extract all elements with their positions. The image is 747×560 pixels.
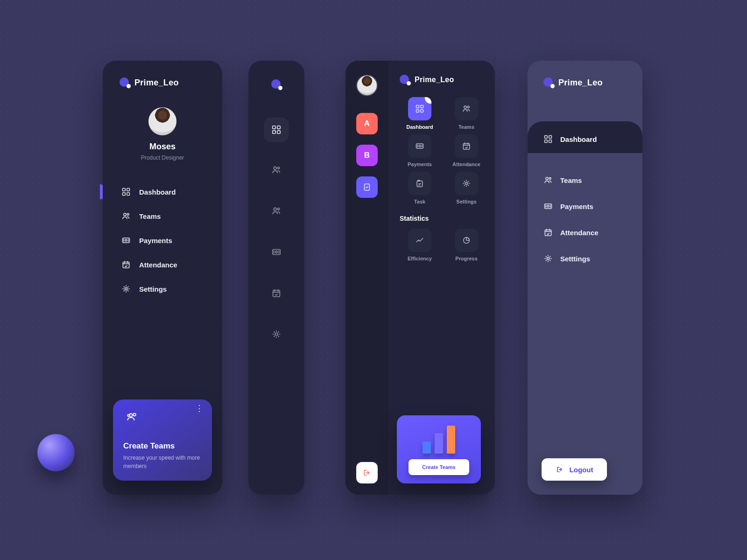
dashboard-icon — [121, 187, 131, 196]
nav-label: Teams — [139, 212, 161, 220]
nav-dashboard[interactable]: Dashboard — [103, 180, 222, 204]
payments-icon — [543, 202, 553, 211]
button-label: Create Teams — [422, 464, 455, 470]
tile-attendance[interactable]: Attendance — [446, 134, 486, 167]
nav-attendance[interactable] — [264, 282, 289, 306]
calendar-icon — [121, 260, 131, 269]
nav-teams[interactable]: Teams — [103, 204, 222, 228]
tile-settings[interactable]: Settings — [446, 172, 486, 204]
user-name: Moses — [103, 142, 222, 152]
nav-label: Attendance — [560, 229, 599, 237]
logo-icon — [400, 75, 410, 85]
tile-label: Settings — [456, 199, 476, 204]
nav-payments[interactable]: Payments — [528, 193, 642, 219]
brand: Prime_Leo — [400, 75, 495, 85]
nav-payments[interactable] — [264, 241, 289, 265]
logo-icon — [271, 79, 282, 90]
bar-chart-icon — [423, 424, 455, 454]
nav-label: Settings — [139, 285, 167, 293]
user-role: Product Designer — [103, 154, 222, 161]
teams-icon — [121, 211, 131, 221]
nav-teams[interactable]: Teams — [528, 167, 642, 193]
tile-label: Teams — [458, 124, 474, 130]
brand-name: Prime_Leo — [134, 78, 179, 88]
nav-teams-alt[interactable] — [264, 200, 289, 224]
create-teams-button[interactable]: Create Teams — [409, 459, 469, 475]
tile-label: Dashboard — [406, 124, 433, 130]
tile-label: Task — [414, 199, 425, 204]
workspace-label: A — [364, 119, 370, 128]
avatar[interactable] — [148, 107, 176, 135]
tile-label: Progress — [455, 256, 478, 261]
nav-label: Dashboard — [560, 135, 597, 143]
nav-teams[interactable] — [264, 159, 289, 183]
nav-label: Setttings — [560, 255, 590, 263]
tile-label: Attendance — [452, 161, 480, 167]
sidebar-compact: Prime_Leo Dashboard Teams Payments Atten… — [528, 61, 642, 495]
avatar[interactable] — [356, 75, 378, 96]
nav-settings[interactable]: Setttings — [528, 245, 642, 272]
payments-icon — [121, 236, 131, 245]
nav-panel: Prime_Leo Dashboard Teams Payments Atten… — [388, 61, 495, 495]
button-label: Logout — [570, 466, 593, 474]
promo-subtitle: Increase your speed with more members — [123, 454, 202, 470]
nav-settings[interactable]: Settings — [103, 277, 222, 301]
decorative-sphere — [37, 434, 75, 471]
logout-button[interactable]: Logout — [542, 458, 607, 481]
nav-label: Teams — [560, 176, 582, 184]
stat-efficiency[interactable]: Efficiency — [400, 229, 440, 261]
teams-icon — [543, 175, 553, 185]
workspace-a[interactable]: A — [356, 113, 378, 134]
nav-label: Payments — [139, 237, 172, 245]
nav-attendance[interactable]: Attendance — [103, 252, 222, 277]
nav-list: Dashboard Teams Payments Attendance Sett… — [103, 180, 222, 301]
brand: Prime_Leo — [528, 61, 642, 88]
chart-card: Create Teams — [397, 415, 481, 483]
logo-icon — [120, 77, 130, 88]
stat-progress[interactable]: Progress — [446, 229, 486, 261]
tile-task[interactable]: Task — [400, 172, 440, 204]
signout-button[interactable] — [356, 462, 378, 483]
brand-name: Prime_Leo — [415, 76, 454, 84]
nav-dashboard[interactable] — [264, 118, 289, 142]
nav-payments[interactable]: Payments — [103, 228, 222, 252]
nav-label: Attendance — [139, 261, 177, 269]
workspace-doc[interactable] — [356, 176, 378, 198]
promo-title: Create Teams — [123, 441, 202, 451]
tile-label: Efficiency — [408, 256, 432, 261]
dashboard-icon — [543, 134, 553, 144]
nav-dashboard[interactable]: Dashboard — [528, 125, 642, 153]
tile-teams[interactable]: Teams — [446, 97, 486, 130]
workspace-b[interactable]: B — [356, 145, 378, 166]
brand-name: Prime_Leo — [558, 78, 603, 88]
promo-card[interactable]: ⋮ Create Teams Increase your speed with … — [113, 399, 212, 481]
nav-attendance[interactable]: Attendance — [528, 219, 642, 245]
section-title: Statistics — [400, 215, 495, 222]
nav-label: Dashboard — [139, 188, 176, 196]
tile-label: Payments — [408, 161, 432, 167]
tile-dashboard[interactable]: Dashboard — [400, 97, 440, 130]
more-icon[interactable]: ⋮ — [195, 406, 204, 411]
calendar-icon — [543, 228, 553, 237]
sidebar-expanded: Prime_Leo Moses Product Designer Dashboa… — [103, 61, 222, 495]
nav-settings[interactable] — [264, 323, 289, 347]
workspace-label: B — [364, 151, 370, 160]
logo-icon — [543, 77, 554, 88]
brand: Prime_Leo — [103, 61, 222, 88]
sidebar-collapsed — [248, 61, 304, 495]
gear-icon — [543, 254, 553, 263]
gear-icon — [121, 284, 131, 294]
nav-label: Payments — [560, 203, 593, 210]
workspace-rail: A B — [345, 61, 388, 495]
tile-payments[interactable]: Payments — [400, 134, 440, 167]
sidebar-workspace: A B Prime_Leo Dashboard Teams Payments — [345, 61, 495, 495]
